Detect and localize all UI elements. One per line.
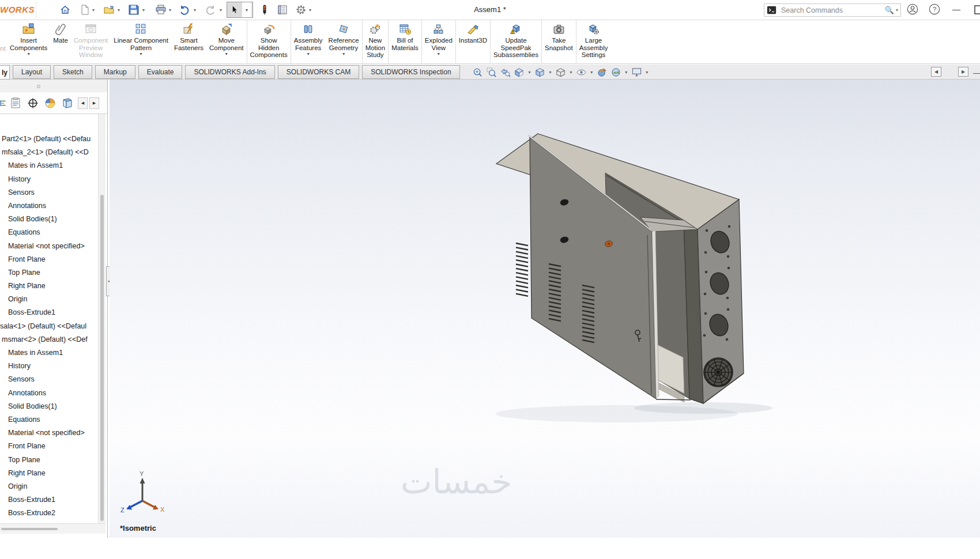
command-tabs: LayoutSketchMarkupEvaluateSOLIDWORKS Add… [13, 65, 460, 80]
tab-solidworks-inspection[interactable]: SOLIDWORKS Inspection [362, 65, 459, 79]
tree-item[interactable]: Sensors [0, 373, 98, 386]
chevron-down-icon[interactable]: ▼ [436, 52, 440, 56]
tree-item[interactable]: History [0, 360, 98, 373]
configurationmanager-icon[interactable] [24, 95, 42, 111]
collapse-pane-right-button[interactable]: ▶ [958, 67, 968, 77]
tree-item[interactable]: History [0, 173, 98, 186]
chevron-down-icon[interactable]: ▼ [624, 70, 628, 74]
tree-item[interactable]: Solid Bodies(1) [0, 400, 98, 413]
cam-tab-icon[interactable] [59, 95, 76, 111]
tree-vertical-scrollbar[interactable] [98, 114, 105, 524]
view-orientation-icon[interactable] [534, 66, 546, 78]
bill-of-materials-button[interactable]: Bill of Materials [388, 20, 421, 64]
tree-item[interactable]: Boss-Extrude2 [0, 507, 98, 520]
tree-item[interactable]: Equations [0, 413, 98, 426]
zoom-to-area-icon[interactable] [485, 66, 497, 78]
minimize-button[interactable]: — [952, 5, 960, 14]
view-settings-monitor-icon[interactable] [631, 66, 643, 78]
move-component-button[interactable]: Move Component ▼ [206, 20, 246, 64]
chevron-down-icon[interactable]: ▾ [896, 7, 898, 13]
section-view-icon[interactable] [513, 66, 525, 78]
search-input[interactable] [780, 6, 885, 15]
search-commands-box[interactable]: 🔍 ▾ [764, 3, 901, 17]
hide-show-items-eye-icon[interactable] [575, 66, 587, 78]
tree-item[interactable]: Right Plane [0, 467, 98, 480]
tree-item[interactable]: Boss-Extrude1 [0, 306, 98, 319]
insert-components-button[interactable]: Insert Components ▼ [7, 20, 50, 64]
tab-sketch[interactable]: Sketch [54, 65, 92, 79]
tabs-scroll-left-icon[interactable]: ◀ [78, 97, 88, 109]
minimize-ribbon-dash[interactable]: — [973, 69, 980, 77]
exploded-view-button[interactable]: Exploded View ▼ [421, 20, 455, 64]
tab-markup[interactable]: Markup [95, 65, 135, 79]
tree-item[interactable]: Annotations [0, 199, 98, 213]
tree-item[interactable]: Mates in Assem1 [0, 159, 98, 172]
chevron-down-icon[interactable]: ▼ [645, 70, 649, 74]
tree-item[interactable]: Top Plane [0, 266, 98, 280]
tree-item[interactable]: Front Plane [0, 253, 98, 266]
tab-layout[interactable]: Layout [13, 65, 51, 79]
smart-fasteners-button[interactable]: Smart Fasteners [171, 20, 206, 64]
tab-solidworks-add-ins[interactable]: SOLIDWORKS Add-Ins [185, 65, 274, 79]
tree-item[interactable]: sala<1> (Default) <<Defaul [0, 320, 98, 333]
scrollbar-thumb[interactable] [100, 195, 104, 521]
new-motion-study-button[interactable]: New Motion Study [362, 20, 389, 64]
tab-solidworks-cam[interactable]: SOLIDWORKS CAM [278, 65, 359, 79]
show-hidden-components-button[interactable]: Show Hidden Components [247, 20, 291, 64]
tree-item[interactable]: Sensors [0, 186, 98, 199]
displaymanager-icon[interactable] [42, 95, 59, 111]
tab-assembly-clipped[interactable]: ly [0, 65, 10, 80]
chevron-down-icon[interactable]: ▼ [342, 52, 346, 56]
tree-item[interactable]: Front Plane [0, 440, 98, 453]
tree-item[interactable]: msmar<2> (Default) <<Def [0, 333, 98, 346]
zoom-to-fit-icon[interactable] [472, 66, 484, 78]
collapse-pane-left-button[interactable]: ◀ [931, 67, 941, 77]
graphics-viewport[interactable]: Y X Z خمسات *Isometric [110, 80, 980, 538]
chevron-down-icon[interactable]: ▼ [590, 70, 594, 74]
tree-item[interactable]: mfsala_2<1> (Default) <<D [0, 146, 98, 159]
update-speedpak-subassemblies-button[interactable]: Update SpeedPak Subassemblies [490, 20, 541, 64]
tree-item[interactable]: Solid Bodies(1) [0, 213, 98, 226]
tree-item[interactable]: Material <not specified> [0, 426, 98, 440]
display-style-icon[interactable] [555, 66, 567, 78]
panel-splitter[interactable] [107, 80, 108, 538]
tree-item[interactable]: Part2<1> (Default) <<Defau [0, 133, 98, 146]
tree-item[interactable]: Mates in Assem1 [0, 346, 98, 360]
featuremanager-tree-icon[interactable] [0, 95, 7, 111]
chevron-down-icon[interactable]: ▼ [306, 52, 310, 56]
chevron-down-icon[interactable]: ▼ [569, 70, 573, 74]
help-icon[interactable]: ? [928, 3, 941, 16]
large-assembly-settings-button[interactable]: Large Assembly Settings [576, 20, 611, 64]
assembly-features-button[interactable]: Assembly Features ▼ [291, 20, 326, 64]
tree-horizontal-scrollbar[interactable] [0, 523, 105, 534]
reference-geometry-button[interactable]: Reference Geometry ▼ [326, 20, 362, 64]
tabs-scroll-right-icon[interactable]: ▶ [89, 97, 99, 109]
previous-view-icon[interactable] [499, 66, 511, 78]
chevron-down-icon[interactable]: ▼ [139, 52, 143, 56]
tree-item[interactable]: Annotations [0, 387, 98, 400]
chevron-down-icon[interactable]: ▼ [224, 52, 228, 56]
propertymanager-icon[interactable] [7, 95, 24, 111]
scrollbar-thumb[interactable] [1, 528, 58, 530]
tree-item[interactable]: Material <not specified> [0, 240, 98, 253]
tree-item[interactable]: Equations [0, 226, 98, 239]
chevron-down-icon[interactable]: ▼ [527, 70, 532, 74]
tree-item[interactable]: Origin [0, 480, 98, 493]
tree-item[interactable]: Boss-Extrude1 [0, 493, 98, 507]
tree-item[interactable]: Top Plane [0, 454, 98, 467]
chevron-down-icon[interactable]: ▼ [27, 52, 31, 56]
apply-scene-icon[interactable] [610, 66, 622, 78]
panel-collapse-dot[interactable] [37, 85, 40, 88]
linear-component-pattern-button[interactable]: Linear Component Pattern ▼ [111, 20, 171, 64]
maximize-button[interactable] [973, 4, 980, 17]
chevron-down-icon[interactable]: ▼ [548, 70, 552, 74]
instant3d-button[interactable]: Instant3D [455, 20, 490, 64]
tab-evaluate[interactable]: Evaluate [138, 65, 183, 79]
search-icon[interactable]: 🔍 [885, 6, 894, 14]
take-snapshot-button[interactable]: Take Snapshot [541, 20, 576, 64]
tree-item[interactable]: Right Plane [0, 280, 98, 293]
mate-button[interactable]: Mate [50, 20, 71, 64]
account-icon[interactable] [906, 3, 919, 16]
edit-appearance-icon[interactable] [596, 66, 608, 78]
tree-item[interactable]: Origin [0, 293, 98, 306]
